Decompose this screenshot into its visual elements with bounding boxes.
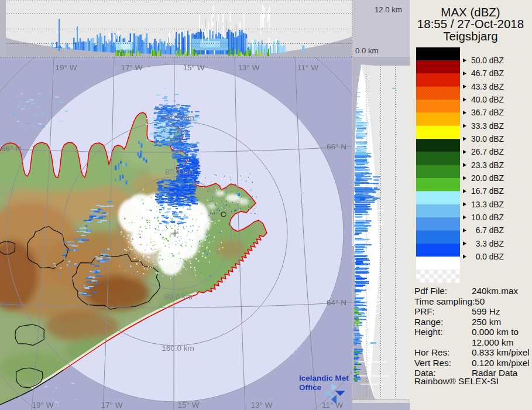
- svg-text:20.0 dBZ: 20.0 dBZ: [471, 174, 504, 183]
- svg-text:0.0 dBZ: 0.0 dBZ: [476, 252, 504, 261]
- svg-text:Office: Office: [299, 383, 322, 392]
- svg-text:19° W: 19° W: [56, 63, 77, 72]
- svg-text:3.3 dBZ: 3.3 dBZ: [476, 240, 504, 248]
- svg-text:599 Hz: 599 Hz: [472, 306, 500, 316]
- svg-text:0.833 km/pixel: 0.833 km/pixel: [472, 347, 530, 357]
- svg-text:66° N: 66° N: [1, 144, 21, 153]
- svg-text:Vert Res:: Vert Res:: [414, 358, 451, 368]
- svg-text:Range:: Range:: [414, 317, 443, 327]
- svg-text:Height:: Height:: [414, 327, 442, 337]
- svg-text:160.0 km: 160.0 km: [162, 113, 194, 122]
- svg-text:Time sampling:50: Time sampling:50: [414, 296, 485, 306]
- svg-text:13° W: 13° W: [251, 401, 273, 409]
- svg-text:23.3 dBZ: 23.3 dBZ: [471, 161, 504, 170]
- svg-text:240km.max: 240km.max: [472, 286, 518, 296]
- svg-text:30.0 dBZ: 30.0 dBZ: [471, 135, 504, 144]
- svg-text:36.7 dBZ: 36.7 dBZ: [471, 108, 504, 117]
- svg-text:0.0 km: 0.0 km: [355, 46, 379, 55]
- svg-text:64° N: 64° N: [1, 300, 21, 309]
- svg-text:40.0 dBZ: 40.0 dBZ: [471, 95, 504, 104]
- svg-text:13.3 dBZ: 13.3 dBZ: [471, 200, 504, 209]
- svg-text:66° N: 66° N: [327, 142, 346, 151]
- svg-text:19° W: 19° W: [32, 401, 54, 409]
- svg-text:15° W: 15° W: [178, 401, 200, 409]
- svg-text:Pdf File:: Pdf File:: [414, 286, 447, 296]
- svg-text:PRF:: PRF:: [414, 306, 435, 316]
- svg-text:18:55 / 27-Oct-2018: 18:55 / 27-Oct-2018: [417, 17, 524, 30]
- svg-text:50.0 dBZ: 50.0 dBZ: [471, 56, 504, 65]
- svg-text:0.000 km to: 0.000 km to: [472, 327, 519, 337]
- svg-text:80.0 km: 80.0 km: [164, 292, 193, 301]
- svg-text:33.3 dBZ: 33.3 dBZ: [471, 122, 504, 131]
- svg-text:80.0 km: 80.0 km: [165, 168, 193, 176]
- svg-text:64° N: 64° N: [327, 298, 346, 307]
- svg-text:Teigsbjarg: Teigsbjarg: [443, 29, 497, 43]
- svg-text:16.7 dBZ: 16.7 dBZ: [471, 187, 504, 196]
- svg-text:6.7 dBZ: 6.7 dBZ: [476, 226, 504, 235]
- svg-text:250 km: 250 km: [472, 317, 501, 327]
- svg-text:0.120 km/pixel: 0.120 km/pixel: [472, 358, 530, 368]
- svg-text:17° W: 17° W: [101, 401, 123, 409]
- svg-text:12.000 km: 12.000 km: [472, 337, 513, 347]
- svg-text:Icelandic Met: Icelandic Met: [299, 374, 349, 382]
- svg-text:26.7 dBZ: 26.7 dBZ: [471, 148, 504, 156]
- svg-text:10.0 dBZ: 10.0 dBZ: [471, 213, 504, 222]
- svg-text:Hor Res:: Hor Res:: [414, 347, 449, 357]
- svg-text:43.3 dBZ: 43.3 dBZ: [471, 83, 504, 91]
- svg-text:11° W: 11° W: [297, 63, 318, 72]
- svg-text:15° W: 15° W: [183, 63, 205, 72]
- svg-text:160.0 km: 160.0 km: [162, 344, 194, 353]
- svg-text:Rainbow® SELEX-SI: Rainbow® SELEX-SI: [414, 376, 499, 386]
- svg-text:11° W: 11° W: [322, 401, 343, 409]
- svg-text:17° W: 17° W: [121, 63, 143, 72]
- svg-text:46.7 dBZ: 46.7 dBZ: [471, 69, 504, 78]
- svg-text:12.0 km: 12.0 km: [375, 5, 402, 14]
- svg-text:13° W: 13° W: [238, 63, 260, 72]
